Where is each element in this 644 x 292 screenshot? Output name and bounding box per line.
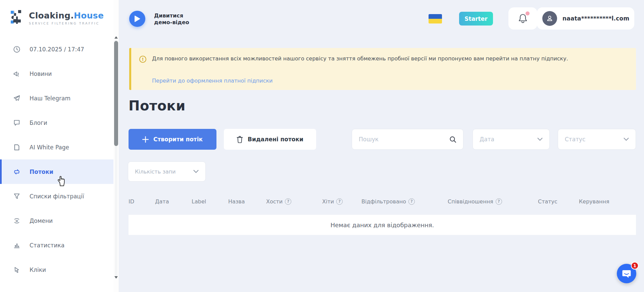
column-label: Керування <box>579 198 609 205</box>
sidebar-item-label: Новини <box>30 70 52 77</box>
column-header-відфільтровано: Відфільтровано? <box>361 198 448 205</box>
cursor-icon <box>13 266 21 274</box>
sidebar-item-blogs[interactable]: Блоги <box>0 110 113 135</box>
brand-name-secondary: House <box>74 11 104 20</box>
telegram-icon <box>13 94 21 102</box>
sidebar-item-datetime[interactable]: 07.10.2025 / 17:47 <box>0 37 113 61</box>
sidebar-item-label: Потоки <box>30 168 53 175</box>
clock-icon <box>13 45 21 53</box>
sidebar-item-filter-lists[interactable]: Списки фільтрації <box>0 184 113 208</box>
status-filter-label: Статус <box>565 136 586 143</box>
column-header-хіти: Хіти? <box>322 198 361 205</box>
help-icon[interactable]: ? <box>496 198 502 205</box>
avatar <box>542 11 557 26</box>
upgrade-subscription-link[interactable]: Перейти до оформлення платної підписки <box>152 78 273 84</box>
scrollbar-thumb[interactable] <box>114 41 118 146</box>
column-label: Відфільтровано <box>361 198 406 205</box>
column-label: Хіти <box>322 198 334 205</box>
date-filter-label: Дата <box>480 136 494 143</box>
column-label: ID <box>129 198 134 205</box>
search-icon[interactable] <box>449 136 456 143</box>
column-header-співвідношення: Співвідношення? <box>448 198 538 205</box>
demo-video-play-button[interactable] <box>129 11 145 27</box>
warning-icon: ! <box>139 56 146 63</box>
notification-dot <box>526 11 530 15</box>
page-title: Потоки <box>129 98 186 113</box>
brand-logo-icon <box>10 9 25 27</box>
demo-video-label[interactable]: Дивитися демо-відео <box>154 12 189 26</box>
help-icon[interactable]: ? <box>408 198 415 205</box>
per-page-dropdown[interactable]: Кількість запи <box>128 161 206 182</box>
page-icon <box>13 143 21 151</box>
deleted-flows-button[interactable]: Видалені потоки <box>224 129 316 150</box>
user-icon <box>546 15 553 22</box>
flag-yellow-stripe <box>429 19 442 23</box>
funnel-icon <box>13 192 21 200</box>
sidebar-item-domains[interactable]: wДомени <box>0 208 113 233</box>
flows-table-header: IDДатаLabelНазваХости?Хіти?Відфільтрован… <box>129 193 636 210</box>
chevron-down-icon <box>624 138 629 141</box>
sidebar-item-label: Статистика <box>30 242 64 249</box>
create-flow-label: Створити потік <box>153 136 203 143</box>
plus-icon <box>142 136 149 143</box>
chat-bubble-icon <box>13 119 21 127</box>
notifications-button[interactable] <box>508 7 537 30</box>
search-input[interactable] <box>359 136 439 143</box>
brand-logo[interactable]: Cloaking.House SERVICE FILTERING TRAFFIC <box>10 9 104 27</box>
empty-state-text: Немає даних для відображення. <box>331 222 434 229</box>
sidebar-item-telegram[interactable]: Наш Telegram <box>0 86 113 110</box>
main-content: Дивитися демо-відео Starter na <box>119 0 644 292</box>
chat-unread-badge: 1 <box>631 262 639 270</box>
language-flag-ukraine[interactable] <box>429 14 442 23</box>
brand-name: Cloaking.House SERVICE FILTERING TRAFFIC <box>29 11 104 25</box>
sidebar-item-flows[interactable]: Потоки <box>0 159 113 184</box>
chat-icon <box>622 269 631 278</box>
column-label: Хости <box>266 198 283 205</box>
sidebar-item-label: Кліки <box>30 266 46 273</box>
column-header-керування: Керування <box>579 198 626 205</box>
app-root: Cloaking.House SERVICE FILTERING TRAFFIC… <box>0 0 644 292</box>
chevron-down-icon <box>537 138 543 141</box>
sidebar-item-label: 07.10.2025 / 17:47 <box>30 46 84 53</box>
per-page-label: Кількість запи <box>135 168 176 175</box>
column-header-дата: Дата <box>155 198 192 205</box>
help-icon[interactable]: ? <box>336 198 343 205</box>
user-email: naata**********l.com <box>562 15 629 22</box>
chevron-down-icon <box>193 170 199 173</box>
bar-chart-icon <box>13 241 21 249</box>
sidebar-scrollbar[interactable] <box>113 0 119 292</box>
megaphone-icon <box>13 70 21 78</box>
create-flow-button[interactable]: Створити потік <box>129 129 216 150</box>
flows-icon <box>13 168 21 176</box>
sidebar-item-label: Блоги <box>30 119 47 126</box>
svg-text:w: w <box>15 219 18 223</box>
column-label: Дата <box>155 198 169 205</box>
search-field[interactable] <box>352 129 463 150</box>
help-icon[interactable]: ? <box>285 198 291 205</box>
sidebar-item-statistics[interactable]: Статистика <box>0 233 113 257</box>
user-account-button[interactable]: naata**********l.com <box>537 7 634 30</box>
plan-badge[interactable]: Starter <box>459 12 493 26</box>
sidebar-item-label: AI White Page <box>30 144 69 151</box>
sidebar-item-label: Наш Telegram <box>30 95 70 102</box>
brand-name-primary: Cloaking. <box>29 11 74 20</box>
trial-warning-text: Для повного використання всіх можливосте… <box>152 54 625 63</box>
play-icon <box>134 15 140 22</box>
scroll-down-icon[interactable] <box>114 276 118 279</box>
deleted-flows-label: Видалені потоки <box>248 136 303 143</box>
date-filter-dropdown[interactable]: Дата <box>473 129 550 150</box>
domain-icon: w <box>13 217 21 225</box>
status-filter-dropdown[interactable]: Статус <box>558 129 636 150</box>
trial-warning-banner: ! Для повного використання всіх можливос… <box>129 48 636 90</box>
sidebar-item-news[interactable]: Новини <box>0 61 113 86</box>
column-label: Співвідношення <box>448 198 493 205</box>
sidebar-item-label: Домени <box>30 217 53 224</box>
column-header-статус: Статус <box>538 198 579 205</box>
sidebar-item-white-page[interactable]: AI White Page <box>0 135 113 159</box>
sidebar-item-clicks[interactable]: Кліки <box>0 257 113 282</box>
flag-blue-stripe <box>429 14 442 19</box>
column-header-назва: Назва <box>228 198 266 205</box>
sidebar-nav: 07.10.2025 / 17:47НовиниНаш TelegramБлог… <box>0 37 113 282</box>
scroll-up-icon[interactable] <box>114 36 118 39</box>
sidebar: Cloaking.House SERVICE FILTERING TRAFFIC… <box>0 0 113 292</box>
